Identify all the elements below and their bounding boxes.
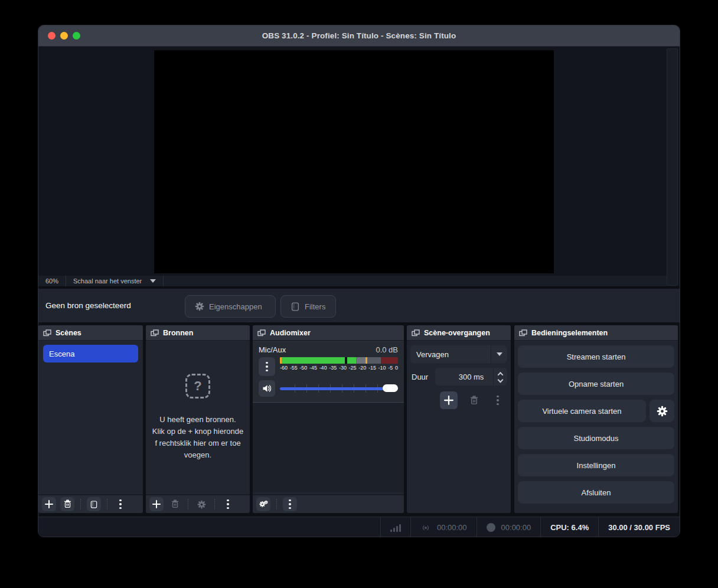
mixer-toolbar: [253, 494, 404, 513]
fps-counter: 30.00 / 30.00 FPS: [598, 517, 680, 537]
separator: [80, 499, 81, 509]
obs-window: OBS 31.0.2 - Profiel: Sin Título - Scène…: [38, 25, 680, 537]
scenes-panel-header[interactable]: Scènes: [38, 325, 143, 341]
preview-scrollbar[interactable]: [667, 48, 678, 286]
volume-slider[interactable]: [280, 384, 398, 393]
separator: [276, 499, 277, 509]
record-icon: [487, 523, 495, 532]
filters-label: Filters: [305, 302, 325, 311]
duration-spinbox[interactable]: 300 ms: [435, 368, 507, 386]
transitions-panel-header[interactable]: Scène-overgangen: [407, 325, 511, 341]
stream-timer: 00:00:00: [410, 517, 477, 537]
scenes-toolbar: [38, 494, 143, 513]
sources-panel: Bronnen ? U heeft geen bronnen. Klik op …: [146, 325, 250, 513]
kebab-icon: [497, 396, 499, 406]
mixer-menu-button[interactable]: [283, 497, 297, 511]
panel-float-icon: [43, 329, 51, 337]
scenes-panel-title: Scènes: [56, 329, 81, 337]
zoom-level: 60%: [38, 276, 66, 286]
properties-label: Eigenschappen: [209, 302, 262, 311]
exit-button[interactable]: Afsluiten: [518, 481, 674, 504]
remove-transition-button[interactable]: [467, 393, 481, 407]
kebab-icon: [119, 499, 122, 509]
add-scene-button[interactable]: [42, 497, 56, 511]
kebab-icon: [227, 499, 229, 509]
record-timer: 00:00:00: [477, 517, 541, 537]
preview-zoom-row: 60% Schaal naar het venster: [38, 276, 667, 286]
filters-button[interactable]: Filters: [280, 295, 336, 318]
source-properties-button[interactable]: [194, 497, 208, 511]
controls-panel: Bedieningselementen Streamen starten Opn…: [514, 325, 678, 513]
add-source-button[interactable]: [149, 497, 164, 511]
chevron-down-icon: [498, 377, 504, 383]
controls-panel-header[interactable]: Bedieningselementen: [514, 325, 678, 341]
signal-icon: [390, 524, 401, 532]
question-icon: ?: [185, 374, 210, 398]
separator: [214, 499, 215, 509]
plus-icon: [45, 500, 53, 508]
audio-mixer-panel: Audiomixer Mic/Aux 0.0 dB -60-55 -50-45: [253, 325, 404, 513]
virtual-camera-settings-button[interactable]: [650, 400, 674, 422]
chevron-down-icon: [491, 345, 507, 363]
duration-value: 300 ms: [459, 373, 484, 381]
channel-name: Mic/Aux: [259, 345, 286, 354]
separator: [107, 499, 107, 509]
gear-icon: [197, 500, 206, 509]
sources-empty-text: U heeft geen bronnen. Klik op de + knop …: [152, 414, 243, 461]
scene-list-item[interactable]: Escena: [43, 345, 138, 362]
chevron-down-icon: [150, 279, 156, 283]
advanced-audio-button[interactable]: [256, 497, 270, 511]
channel-level-db: 0.0 dB: [376, 345, 398, 354]
speaker-icon: [262, 384, 272, 393]
filter-icon: [90, 500, 98, 509]
cpu-usage: CPU: 6.4%: [540, 517, 598, 537]
scenes-menu-button[interactable]: [113, 497, 128, 511]
mixer-panel-title: Audiomixer: [270, 329, 311, 337]
kebab-icon: [266, 362, 268, 372]
meter-scale: -60-55 -50-45 -40-35 -30-25 -20-15 -10-5…: [280, 365, 398, 371]
transition-menu-button[interactable]: [491, 393, 505, 407]
source-toolbar: Geen bron geselecteerd Eigenschappen Fil…: [38, 289, 680, 322]
slider-handle[interactable]: [383, 384, 398, 392]
preview-area: [38, 47, 680, 276]
plus-icon: [444, 396, 453, 405]
panel-float-icon: [412, 329, 420, 337]
scenes-panel: Scènes Escena: [38, 325, 143, 513]
sources-panel-title: Bronnen: [163, 329, 193, 337]
scale-mode-dropdown[interactable]: Schaal naar het venster: [66, 276, 164, 286]
trash-icon: [63, 499, 72, 509]
start-recording-button[interactable]: Opname starten: [518, 373, 674, 395]
settings-button[interactable]: Instellingen: [518, 454, 674, 476]
gear-icon: [195, 302, 204, 311]
titlebar[interactable]: OBS 31.0.2 - Profiel: Sin Título - Scène…: [38, 25, 680, 47]
separator: [188, 499, 188, 509]
remove-source-button[interactable]: [168, 497, 182, 511]
mute-button[interactable]: [259, 380, 275, 397]
add-transition-button[interactable]: [440, 391, 458, 409]
sources-menu-button[interactable]: [221, 497, 235, 511]
channel-menu-button[interactable]: [259, 357, 275, 376]
transition-selected: Vervagen: [410, 350, 449, 359]
sources-empty-state: ? U heeft geen bronnen. Klik op de + kno…: [146, 341, 250, 494]
mixer-panel-header[interactable]: Audiomixer: [253, 325, 404, 341]
gear-icon: [657, 406, 668, 417]
preview-canvas[interactable]: [154, 50, 554, 273]
studio-mode-button[interactable]: Studiomodus: [518, 427, 674, 449]
scene-filters-button[interactable]: [87, 497, 101, 511]
transition-select[interactable]: Vervagen: [410, 345, 507, 363]
properties-button[interactable]: Eigenschappen: [185, 295, 276, 318]
trash-icon: [469, 396, 479, 406]
start-virtual-camera-button[interactable]: Virtuele camera starten: [518, 400, 646, 422]
controls-panel-title: Bedieningselementen: [531, 329, 608, 337]
spin-arrows[interactable]: [493, 368, 507, 386]
start-streaming-button[interactable]: Streamen starten: [518, 345, 674, 368]
filter-icon: [291, 302, 300, 312]
mixer-empty-area: [253, 403, 404, 492]
duration-label: Duur: [410, 373, 435, 381]
panel-float-icon: [257, 329, 266, 337]
panel-float-icon: [151, 329, 159, 337]
source-status-text: Geen bron geselecteerd: [45, 289, 131, 322]
sources-panel-header[interactable]: Bronnen: [146, 325, 250, 341]
remove-scene-button[interactable]: [60, 497, 74, 511]
kebab-icon: [289, 499, 291, 509]
